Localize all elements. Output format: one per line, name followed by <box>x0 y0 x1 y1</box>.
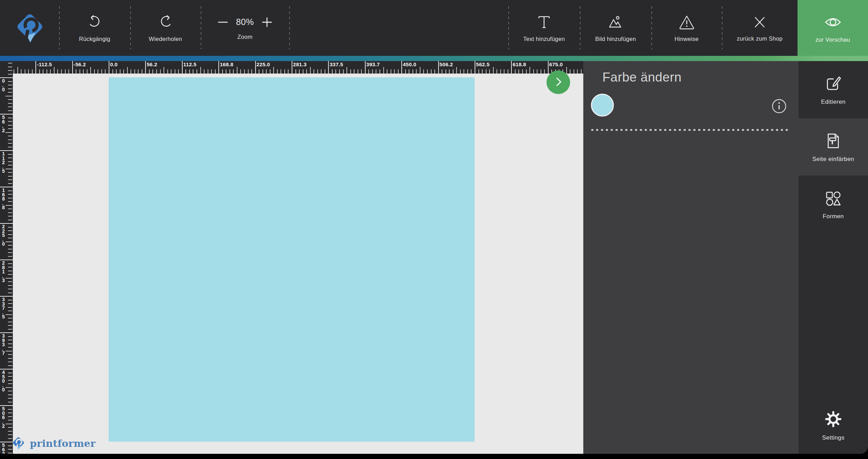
add-text-button[interactable]: Text hinzufügen <box>508 0 580 56</box>
ruler-major-tick <box>548 61 549 74</box>
ruler-major-tick <box>109 61 109 74</box>
collapse-panel-button[interactable] <box>546 70 570 94</box>
ruler-tick <box>8 398 12 399</box>
document-page[interactable] <box>109 77 475 442</box>
toolbar: Rückgängig Wiederholen 80% <box>0 0 868 56</box>
zoom-value: 80% <box>236 17 254 27</box>
zoom-in-button[interactable] <box>261 16 273 28</box>
sidebar-item-formen[interactable]: Formen <box>799 176 868 233</box>
ruler-tick <box>8 176 12 177</box>
ruler-tick <box>127 67 128 74</box>
ruler-tick <box>105 69 106 74</box>
ruler-tick <box>277 69 278 74</box>
ruler-tick <box>508 69 508 74</box>
ruler-tick <box>8 289 12 289</box>
ruler-major-tick <box>255 61 256 74</box>
ruler-major-tick <box>292 61 292 74</box>
ruler-tick <box>412 69 413 74</box>
ruler-tick <box>65 69 66 74</box>
ruler-tick <box>101 69 102 74</box>
ruler-label: 562.5 <box>476 61 490 67</box>
ruler-tick <box>368 69 369 74</box>
ruler-tick <box>8 81 12 82</box>
ruler-tick <box>6 351 12 351</box>
ruler-major-tick <box>401 61 402 74</box>
ruler-tick <box>8 99 12 100</box>
ruler-tick <box>57 69 58 74</box>
image-mountain-icon <box>607 14 624 31</box>
ruler-tick <box>8 358 12 359</box>
ruler-tick <box>358 69 358 74</box>
footer-brand: printformer <box>11 434 95 452</box>
ruler-tick <box>581 69 582 74</box>
sidebar-item-seite-einfaerben[interactable]: Seite einfärben <box>799 118 868 176</box>
ruler-tick <box>8 194 12 195</box>
ruler-tick <box>233 69 234 74</box>
ruler-tick <box>284 69 285 74</box>
ruler-tick <box>310 67 311 74</box>
hints-button[interactable]: Hinweise <box>651 0 722 56</box>
preview-button[interactable]: zur Vorschau <box>798 0 868 56</box>
ruler-tick <box>574 69 574 74</box>
ruler-tick <box>211 69 212 74</box>
ruler-tick <box>120 69 120 74</box>
ruler-tick <box>504 69 504 74</box>
sidebar-item-editieren[interactable]: Editieren <box>799 61 868 118</box>
ruler-label: 1 1 2 . 5 <box>2 152 8 173</box>
sidebar-item-label: Editieren <box>821 99 846 105</box>
redo-label: Wiederholen <box>149 36 182 42</box>
ruler-tick <box>8 391 12 391</box>
ruler-tick <box>134 69 135 74</box>
ruler-tick <box>156 69 157 74</box>
back-to-shop-button[interactable]: zurück zum Shop <box>722 0 798 56</box>
ruler-tick <box>273 67 274 74</box>
ruler-tick <box>185 69 186 74</box>
redo-button[interactable]: Wiederholen <box>130 0 201 56</box>
ruler-tick <box>398 69 399 74</box>
ruler-tick <box>8 409 12 410</box>
ruler-tick <box>270 69 270 74</box>
ruler-tick <box>259 69 259 74</box>
shapes-icon <box>824 189 843 209</box>
zoom-label: Zoom <box>237 34 252 40</box>
ruler-tick <box>394 69 395 74</box>
ruler-tick <box>8 165 12 165</box>
ruler-tick <box>149 69 150 74</box>
ruler-major-tick <box>145 61 146 74</box>
info-icon[interactable] <box>771 99 787 114</box>
ruler-tick <box>142 69 142 74</box>
zoom-out-button[interactable] <box>217 16 229 28</box>
ruler-tick <box>288 69 289 74</box>
ruler-tick <box>6 205 12 206</box>
ruler-label: -112.5 <box>37 61 52 67</box>
ruler-tick <box>6 387 12 388</box>
ruler-tick <box>193 69 193 74</box>
ruler-tick <box>8 230 12 231</box>
ruler-label: 281.3 <box>293 61 307 67</box>
undo-button[interactable]: Rückgängig <box>59 0 130 56</box>
ruler-tick <box>43 69 43 74</box>
ruler-tick <box>39 69 40 74</box>
ruler-tick <box>8 161 12 162</box>
ruler-tick <box>8 179 12 180</box>
ruler-tick <box>8 307 12 308</box>
ruler-tick <box>8 256 12 257</box>
ruler-tick <box>427 69 428 74</box>
canvas-area <box>13 74 583 454</box>
ruler-tick <box>8 212 12 213</box>
color-swatch[interactable] <box>591 94 614 117</box>
ruler-tick <box>8 245 12 246</box>
sidebar-item-settings[interactable]: Settings <box>799 397 868 454</box>
ruler-tick <box>577 69 578 74</box>
close-x-icon <box>752 14 768 30</box>
ruler-tick <box>8 318 12 318</box>
eye-icon <box>824 13 842 31</box>
ruler-tick <box>8 303 12 304</box>
ruler-label: 2 2 5 . 0 <box>2 224 8 246</box>
horizontal-ruler: -112.5-56.20.056.2112.5168.8225.0281.333… <box>13 61 583 74</box>
ruler-tick <box>237 67 237 74</box>
ruler-tick <box>416 69 417 74</box>
add-image-button[interactable]: Bild hinzufügen <box>580 0 651 56</box>
ruler-tick <box>8 322 12 322</box>
ruler-tick <box>251 69 252 74</box>
